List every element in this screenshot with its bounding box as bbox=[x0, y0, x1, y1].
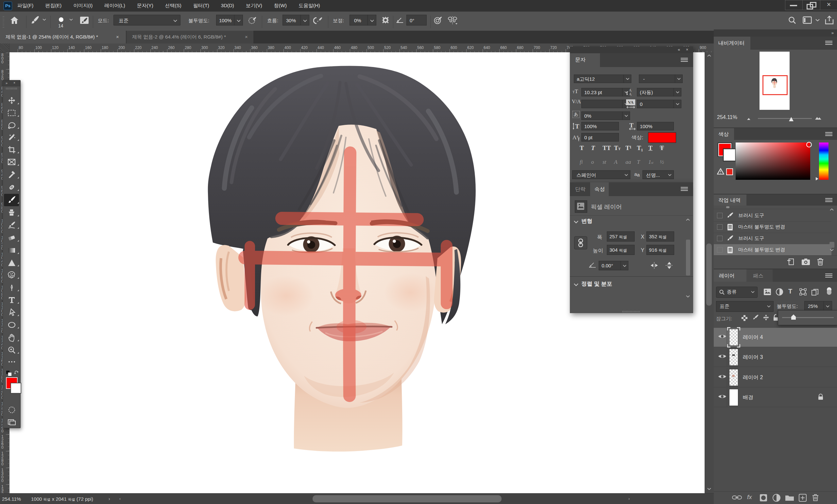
svg-text:A: A bbox=[629, 92, 632, 96]
svg-text:T: T bbox=[629, 122, 634, 129]
svg-text:A: A bbox=[572, 134, 577, 141]
svg-text:a: a bbox=[577, 134, 578, 138]
svg-text:T: T bbox=[575, 123, 580, 130]
